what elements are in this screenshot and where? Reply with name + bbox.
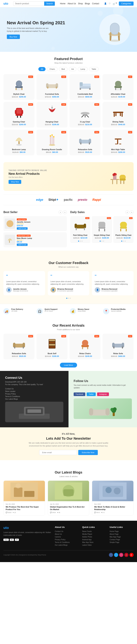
- footer-ul-simple[interactable]: Simple Page: [110, 542, 133, 543]
- footer-link-about[interactable]: About Us: [55, 533, 79, 535]
- cat-tab-ink[interactable]: Ink: [69, 67, 77, 71]
- bs-add-to-cart[interactable]: Add To Cart: [17, 227, 28, 230]
- user-icon[interactable]: 👤: [104, 2, 107, 5]
- newsletter-section: It's All New, Lets Add To Our Newsletter…: [0, 427, 137, 460]
- daily-sales-prev[interactable]: ‹: [125, 210, 129, 214]
- product-card-bedroom-lamp: New Bedroom Lamp $120.00 $90.00: [4, 130, 34, 155]
- blog-comments: 💬 04-8: [94, 512, 100, 513]
- feature-free-delivery: 🚚 Free Delivery All Order: [4, 308, 34, 314]
- svg-rect-126: [24, 491, 34, 497]
- cat-tab-lamp[interactable]: Lamp: [78, 67, 88, 71]
- daily-sales-next[interactable]: ›: [130, 210, 133, 214]
- categories-button[interactable]: Categories: [119, 2, 133, 6]
- svg-rect-48: [115, 113, 116, 116]
- svg-rect-37: [15, 110, 17, 114]
- footer-ul-mac[interactable]: Mac App Page: [110, 536, 133, 538]
- footer-ql-video[interactable]: Latest Video: [82, 544, 106, 546]
- footer-ql-android[interactable]: Android App: [82, 539, 106, 540]
- footer-ql-adobe[interactable]: Adobe Photo: [82, 536, 106, 538]
- facebook-social-icon[interactable]: f: [109, 553, 113, 557]
- connect-link-blog[interactable]: Our Latest Blogs: [5, 398, 63, 400]
- footer-ql-media[interactable]: Media Player: [82, 533, 106, 535]
- daily-badge: New: [107, 217, 111, 219]
- youtube-social-icon[interactable]: ▶: [129, 553, 133, 557]
- newsletter-email-input[interactable]: [39, 450, 77, 455]
- nav-shop[interactable]: Shop: [78, 2, 83, 5]
- price-new: $60.00: [52, 151, 58, 153]
- arrival-badge: New: [28, 335, 33, 338]
- hero-cta-button[interactable]: Buy Now: [7, 34, 20, 39]
- product-image: [6, 104, 32, 119]
- bs-price: $200.50: [17, 225, 65, 226]
- cat-tab-table[interactable]: Table: [89, 67, 99, 71]
- category-tabs: All Chairs Bed Ink Lamp Table: [0, 67, 137, 71]
- footer-ql-news[interactable]: News Feeds: [82, 530, 106, 532]
- footer-quick-links-col: Quick Links News Feeds Media Player Adob…: [82, 526, 106, 547]
- price-old: $680.00: [78, 151, 84, 153]
- footer-link-privacy[interactable]: Privacy Policy: [55, 539, 79, 540]
- feedback-grid: " Lorem ipsum dolor sit amet, consectetu…: [4, 271, 133, 295]
- cart-icon[interactable]: 🛒 0: [113, 2, 117, 5]
- new-arrival-cta[interactable]: Shop Now: [9, 180, 21, 184]
- best-seller-next[interactable]: ›: [63, 210, 67, 214]
- twitter-btn[interactable]: Twitter: [87, 392, 96, 396]
- feedback-dot-1[interactable]: [66, 298, 67, 299]
- footer-link-terms[interactable]: Terms & Conditions: [55, 542, 79, 543]
- connect-link-contact[interactable]: Contact Us: [5, 388, 63, 390]
- search-button[interactable]: Search: [44, 2, 55, 6]
- svg-rect-88: [99, 229, 99, 231]
- newsletter-subscribe-button[interactable]: Subscribe Now: [78, 450, 98, 455]
- best-seller-prev[interactable]: ‹: [59, 210, 62, 214]
- product-name: Plastic Sitting Chair: [115, 234, 132, 236]
- hero-image: [99, 14, 130, 45]
- wishlist-icon[interactable]: ♡: [109, 2, 111, 5]
- product-badge: Sale: [61, 76, 66, 78]
- product-prices: $240.00 $180.00: [39, 355, 65, 357]
- product-prices: $680.00 $520.00: [72, 151, 98, 153]
- instagram-social-icon[interactable]: in: [119, 553, 123, 557]
- connect-link-privacy[interactable]: Privacy Policy: [5, 393, 63, 395]
- nav-blogs[interactable]: Blogs: [85, 2, 90, 5]
- cat-tab-chair[interactable]: Chairs: [47, 67, 58, 71]
- feedback-dot-3[interactable]: [70, 298, 71, 299]
- price-old: $120.00: [13, 151, 19, 153]
- brand-shipt: Shipt✦: [48, 198, 59, 202]
- cat-tab-bed[interactable]: Bed: [59, 67, 67, 71]
- bs-add-to-cart[interactable]: Add To Cart: [17, 244, 28, 246]
- load-more-button[interactable]: Load More: [60, 363, 77, 368]
- svg-rect-10: [118, 32, 119, 36]
- instagram-btn[interactable]: Instagram: [97, 392, 109, 396]
- footer-ul-about[interactable]: About Page: [110, 533, 133, 535]
- product-prices: $220.00 $190.00: [39, 124, 65, 126]
- connect-link-terms[interactable]: Terms & Conditions: [5, 396, 63, 398]
- footer-quick-links: News Feeds Media Player Adobe Photo Andr…: [82, 530, 106, 546]
- footer-link-blogs[interactable]: Our Latest Blogs: [55, 544, 79, 546]
- header: uto Search Home About Us Shop Blogs Cont…: [0, 0, 137, 7]
- search-input[interactable]: [13, 2, 44, 6]
- product-prices: $280.00 $210.00: [72, 124, 98, 126]
- arrival-badge: Hot: [128, 335, 132, 338]
- product-prices: $160.00 $110.00: [115, 237, 132, 239]
- footer-ql-mac[interactable]: Mac App Store: [82, 542, 106, 543]
- svg-rect-111: [113, 346, 114, 348]
- pinterest-social-icon[interactable]: p: [124, 553, 128, 557]
- cat-tab-all[interactable]: All: [38, 67, 46, 71]
- footer-ul-home[interactable]: Home Page: [110, 530, 133, 532]
- footer-ul-contact[interactable]: Contact Page: [110, 539, 133, 540]
- nav-home[interactable]: Home: [60, 2, 65, 5]
- nav-contact[interactable]: Contact: [92, 2, 99, 5]
- author-avatar: 👤: [95, 287, 100, 292]
- feedback-dot-2[interactable]: [68, 298, 69, 299]
- price-old: $280.00: [73, 237, 79, 239]
- new-arrival-image: [101, 166, 128, 187]
- nav-about[interactable]: About Us: [67, 2, 76, 5]
- daily-card-plastic-chair: Hot Plastic Sitting Chair $160.00 $110.0…: [113, 216, 133, 243]
- footer-link-careers[interactable]: Careers: [55, 536, 79, 538]
- feature-desc: Secure website: [111, 310, 125, 312]
- product-card-dining-table: Hot Dining Table $560.00 $440.00: [103, 102, 133, 128]
- footer-link-contact[interactable]: Contact Us: [55, 530, 79, 532]
- twitter-social-icon[interactable]: t: [114, 553, 118, 557]
- facebook-btn[interactable]: Facebook: [74, 392, 85, 396]
- connect-link-store[interactable]: Store Locator: [5, 390, 63, 392]
- price-new: $520.00: [19, 355, 26, 357]
